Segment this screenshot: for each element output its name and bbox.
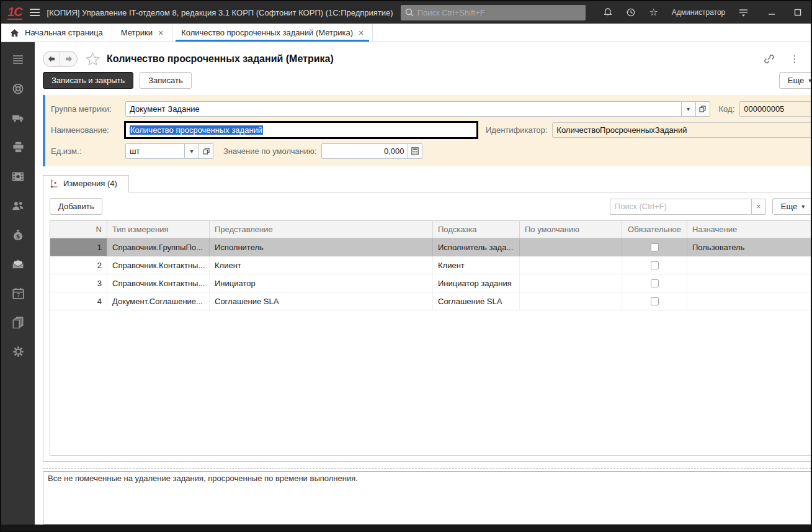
- calendar-icon[interactable]: 7: [6, 284, 30, 302]
- maximize-icon[interactable]: [792, 6, 804, 19]
- svg-text:$: $: [16, 232, 20, 239]
- table-row[interactable]: 3 Справочник.Контактны... Инициатор Иниц…: [50, 274, 812, 292]
- form-area: Количество просроченных заданий (Метрика…: [35, 42, 812, 525]
- dimensions-tabstrip: Измерения (4): [43, 175, 812, 192]
- notifications-bell-icon[interactable]: [602, 6, 614, 19]
- header-fields-panel: Группа метрики: Документ Задание ▾ Код: …: [43, 95, 812, 166]
- metric-group-input[interactable]: Документ Задание: [125, 101, 682, 117]
- command-bar: Записать и закрыть Записать Еще▾: [43, 72, 812, 89]
- global-search-box[interactable]: [401, 5, 586, 20]
- save-button[interactable]: Записать: [140, 72, 192, 89]
- minimize-icon[interactable]: [765, 6, 778, 19]
- svg-text:7: 7: [16, 292, 20, 298]
- unit-row: Ед.изм.: шт ▾ Значение по умолчанию: 0,0…: [51, 143, 812, 159]
- table-search-box: ×: [610, 199, 766, 215]
- required-checkbox[interactable]: [651, 243, 659, 251]
- history-icon[interactable]: [625, 6, 637, 19]
- service-menu-icon[interactable]: [737, 6, 749, 19]
- users-icon[interactable]: [6, 196, 30, 215]
- form-header-icons: ⋮ ×: [764, 53, 812, 65]
- identifier-field: КоличествоПросроченныхЗаданий: [552, 122, 812, 138]
- dimensions-toolbar: Добавить × Еще▾: [50, 198, 812, 215]
- caret-down-icon: ▾: [801, 203, 805, 210]
- clear-search-icon[interactable]: ×: [751, 199, 766, 215]
- unit-open-icon[interactable]: [199, 143, 213, 159]
- search-icon: [405, 8, 414, 17]
- tab-label: Метрики: [121, 28, 153, 37]
- delivery-truck-icon[interactable]: [6, 109, 30, 127]
- required-checkbox[interactable]: [651, 297, 659, 305]
- titlebar-icons: ☆ Администратор: [602, 6, 750, 19]
- calculator-icon[interactable]: [408, 143, 422, 159]
- comment-field[interactable]: Все не помеченные на удаление задания, п…: [43, 471, 812, 525]
- current-user[interactable]: Администратор: [672, 8, 726, 17]
- name-input[interactable]: Количество просроченных заданий: [125, 122, 477, 138]
- title-bar: 1С [КОПИЯ] Управление IT-отделом 8, реда…: [1, 1, 812, 24]
- media-film-icon[interactable]: [6, 167, 30, 186]
- get-link-icon[interactable]: [764, 54, 775, 64]
- close-tab-icon[interactable]: ×: [158, 29, 163, 37]
- settings-gear-icon[interactable]: [6, 342, 30, 361]
- name-row: Наименование: Количество просроченных за…: [51, 122, 812, 138]
- code-field: 000000005: [739, 101, 812, 117]
- default-value-input[interactable]: 0,000: [321, 143, 408, 159]
- column-header[interactable]: N: [50, 221, 107, 238]
- required-checkbox[interactable]: [651, 261, 659, 269]
- page-title: Количество просроченных заданий (Метрика…: [107, 53, 334, 65]
- add-row-button[interactable]: Добавить: [50, 198, 102, 215]
- navigation-buttons: [43, 51, 78, 67]
- tab-dimensions[interactable]: Измерения (4): [43, 175, 129, 192]
- metric-group-label: Группа метрики:: [51, 104, 125, 114]
- metric-group-row: Группа метрики: Документ Задание ▾ Код: …: [51, 101, 812, 117]
- window-bottom-frame: [1, 525, 812, 531]
- caret-down-icon: ▾: [808, 77, 811, 84]
- add-to-favorites-star-icon[interactable]: [86, 52, 100, 66]
- column-header[interactable]: Тип измерения: [107, 221, 210, 238]
- more-actions-icon[interactable]: ⋮: [790, 53, 799, 65]
- finance-moneybag-icon[interactable]: $: [6, 225, 30, 244]
- app-window: 1С [КОПИЯ] Управление IT-отделом 8, реда…: [0, 0, 812, 532]
- close-tab-icon[interactable]: ×: [359, 29, 364, 37]
- support-buoy-icon[interactable]: [6, 79, 30, 98]
- column-header[interactable]: По умолчанию: [520, 221, 622, 238]
- mail-icon[interactable]: [6, 255, 30, 273]
- column-header[interactable]: Представление: [210, 221, 433, 238]
- tab-metric-card[interactable]: Количество просроченных заданий (Метрика…: [172, 24, 373, 42]
- unit-dropdown-icon[interactable]: ▾: [185, 143, 199, 159]
- metric-group-open-icon[interactable]: [696, 101, 710, 117]
- dimensions-table: N Тип измерения Представление Подсказка …: [50, 220, 812, 456]
- back-button[interactable]: [43, 52, 60, 66]
- table-row[interactable]: 2 Справочник.Контактны... Клиент Клиент: [50, 256, 812, 274]
- 1c-logo-icon: 1С: [7, 6, 22, 20]
- main-menu-icon[interactable]: [30, 9, 40, 16]
- table-search-input[interactable]: [610, 199, 751, 215]
- identifier-label: Идентификатор:: [486, 125, 547, 135]
- print-icon[interactable]: [6, 138, 30, 156]
- sections-panel-icon[interactable]: [6, 50, 30, 69]
- unit-input[interactable]: шт: [125, 143, 185, 159]
- metric-group-dropdown-icon[interactable]: ▾: [682, 101, 696, 117]
- window-title: [КОПИЯ] Управление IT-отделом 8, редакци…: [47, 8, 393, 17]
- table-row[interactable]: 4 Документ.Соглашение... Соглашение SLA …: [50, 292, 812, 310]
- tab-home[interactable]: Начальная страница: [1, 24, 112, 42]
- favorites-star-icon[interactable]: ☆: [648, 6, 660, 19]
- forward-button[interactable]: [60, 52, 77, 66]
- save-and-close-button[interactable]: Записать и закрыть: [43, 72, 133, 89]
- default-value-label: Значение по умолчанию:: [223, 147, 316, 156]
- table-row[interactable]: 1 Справочник.ГруппыПо... Исполнитель Исп…: [50, 238, 812, 256]
- column-header[interactable]: Назначение: [687, 221, 812, 238]
- form-header: Количество просроченных заданий (Метрика…: [39, 42, 812, 69]
- selected-text: Количество просроченных заданий: [130, 125, 263, 135]
- home-icon: [10, 29, 19, 37]
- global-search-input[interactable]: [417, 8, 581, 17]
- documents-icon[interactable]: [6, 313, 30, 331]
- tab-metrics[interactable]: Метрики ×: [112, 24, 172, 42]
- column-header[interactable]: Обязательное: [622, 221, 687, 238]
- column-header[interactable]: Подсказка: [433, 221, 520, 238]
- table-more-button[interactable]: Еще▾: [772, 198, 812, 215]
- form-more-button[interactable]: Еще▾: [779, 72, 812, 89]
- open-windows-tabbar: Начальная страница Метрики × Количество …: [1, 24, 812, 42]
- axes-icon: [50, 179, 58, 188]
- table-header-row: N Тип измерения Представление Подсказка …: [50, 221, 812, 238]
- required-checkbox[interactable]: [651, 279, 659, 287]
